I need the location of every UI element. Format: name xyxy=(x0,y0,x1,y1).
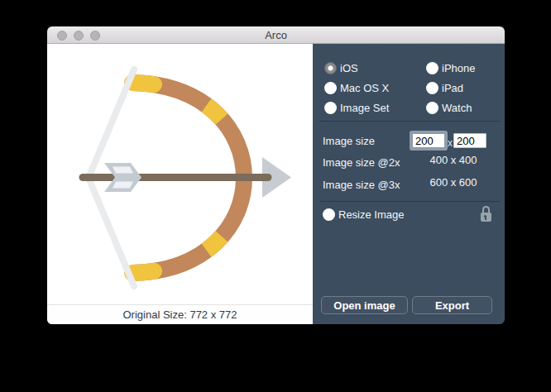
radio-ios[interactable] xyxy=(324,62,337,74)
radio-imageset[interactable] xyxy=(324,102,337,114)
section-divider-top xyxy=(319,121,500,122)
open-image-button[interactable]: Open image xyxy=(321,296,408,314)
radio-macosx-label: Mac OS X xyxy=(340,82,389,94)
resize-image-label: Resize Image xyxy=(338,208,404,221)
export-button[interactable]: Export xyxy=(412,296,492,314)
image-size-label: Image size xyxy=(323,135,375,147)
image-size-2x-label: Image size @2x xyxy=(323,156,400,169)
radio-ipad[interactable] xyxy=(426,82,438,94)
radio-imageset-label: Image Set xyxy=(340,102,389,114)
image-size-3x-label: Image size @3x xyxy=(323,179,400,191)
radio-row-watch[interactable]: Watch xyxy=(426,101,472,114)
radio-row-imageset[interactable]: Image Set xyxy=(324,101,389,114)
size-separator: x xyxy=(448,137,453,149)
image-size-2x-value: 400 x 400 xyxy=(412,154,495,166)
radio-row-ios[interactable]: iOS xyxy=(324,61,358,74)
section-divider-bottom xyxy=(319,201,500,202)
radio-row-iphone[interactable]: iPhone xyxy=(426,61,475,74)
radio-watch-label: Watch xyxy=(442,102,472,114)
radio-ipad-label: iPad xyxy=(442,82,463,94)
lock-keystem xyxy=(485,217,486,220)
radio-iphone-label: iPhone xyxy=(442,62,475,74)
lock-icon[interactable] xyxy=(480,206,492,222)
window-title: Arco xyxy=(47,26,505,44)
radio-iphone[interactable] xyxy=(426,62,438,74)
image-size-3x-value: 600 x 600 xyxy=(412,176,495,189)
options-panel: iOS iPhone Mac OS X iPad Image Set xyxy=(313,44,505,324)
radio-row-ipad[interactable]: iPad xyxy=(426,81,463,94)
height-input[interactable] xyxy=(453,133,486,148)
radio-ios-label: iOS xyxy=(340,62,358,74)
radio-row-macosx[interactable]: Mac OS X xyxy=(324,81,389,94)
status-original-size: Original Size: 772 x 772 xyxy=(47,304,313,324)
bow-and-arrow-illustration xyxy=(47,44,313,304)
radio-macosx[interactable] xyxy=(324,82,337,94)
title-bar[interactable]: Arco xyxy=(47,26,505,44)
app-window: Arco xyxy=(47,26,505,324)
resize-image-radio[interactable] xyxy=(323,208,335,221)
image-preview-panel: Original Size: 772 x 772 xyxy=(47,44,313,324)
desktop-background: Arco xyxy=(0,0,551,392)
radio-watch[interactable] xyxy=(426,102,438,114)
width-input[interactable] xyxy=(412,133,445,148)
resize-image-row[interactable]: Resize Image xyxy=(323,208,404,221)
